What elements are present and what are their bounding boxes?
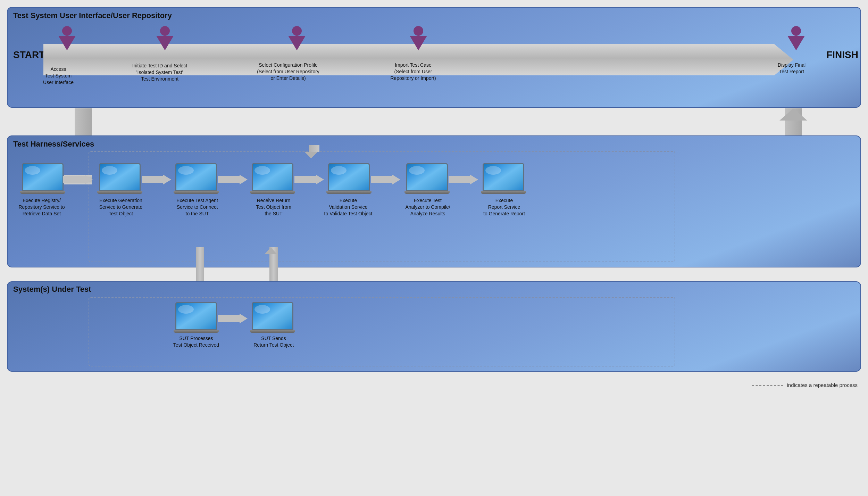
top-panel-title: Test System User Interface/User Reposito… <box>13 11 172 20</box>
laptop-screen <box>483 163 524 191</box>
connector-up-head <box>779 108 807 121</box>
laptop-screen <box>252 163 293 191</box>
dashed-down-arrow-shaft <box>309 145 319 152</box>
laptop-base <box>174 191 219 194</box>
person-body <box>787 36 805 50</box>
top-step2-label: Initiate Test ID and Select'Isolated Sys… <box>118 63 201 82</box>
mid-laptop-4 <box>250 163 295 194</box>
mid-laptop-2 <box>97 163 142 194</box>
mid-step1-label: Execute Registry/Repository Service toRe… <box>7 197 76 217</box>
legend-text: Indicates a repeatable process <box>787 382 858 388</box>
mid-panel-title: Test Harness/Services <box>13 140 94 149</box>
laptop-base <box>481 191 526 194</box>
laptop-screen <box>328 163 370 191</box>
svg-marker-1 <box>142 175 171 184</box>
person-body <box>288 36 306 50</box>
laptop-screen <box>99 163 141 191</box>
top-step4-label: Import Test Case(Select from UserReposit… <box>372 62 455 82</box>
person-step3 <box>288 26 306 50</box>
mid-step2-label: Execute GenerationService to GenerateTes… <box>86 197 156 217</box>
mid-step6-label: Execute TestAnalyzer to Compile/Analyze … <box>393 197 462 217</box>
person-step2 <box>156 26 174 50</box>
person-step1 <box>58 26 76 50</box>
top-step1-label: AccessTest SystemUser Interface <box>24 66 93 86</box>
bot-step1-label: SUT ProcessesTest Object Received <box>161 335 231 348</box>
vert-up-head-1 <box>265 247 277 254</box>
laptop-base <box>97 191 142 194</box>
person-step5 <box>787 26 805 50</box>
person-head <box>791 26 801 36</box>
laptop-base <box>250 191 295 194</box>
bot-panel-title: System(s) Under Test <box>13 285 91 294</box>
mid-step7-label: ExecuteReport Serviceto Generate Report <box>469 197 539 217</box>
svg-marker-3 <box>294 175 324 184</box>
person-body <box>410 36 427 50</box>
svg-marker-4 <box>371 175 400 184</box>
person-body <box>156 36 174 50</box>
laptop-base <box>174 330 219 333</box>
person-head <box>160 26 170 36</box>
svg-marker-6 <box>218 314 248 323</box>
svg-marker-2 <box>218 175 248 184</box>
connector-down-shaft <box>75 108 92 136</box>
laptop-screen <box>175 163 217 191</box>
mid-step5-label: ExecuteValidation Serviceto Validate Tes… <box>312 197 385 217</box>
top-step5-label: Display FinalTest Report <box>755 62 828 75</box>
svg-marker-0 <box>63 175 93 184</box>
mid-laptop-5 <box>326 163 372 194</box>
dashed-down-arrow-head <box>305 152 317 158</box>
laptop-base <box>326 191 372 194</box>
finish-label: FINISH <box>826 49 858 60</box>
mid-laptop-3 <box>174 163 219 194</box>
person-head <box>62 26 72 36</box>
bot-step2-label: SUT SendsReturn Test Object <box>239 335 308 348</box>
legend-dashed-line <box>752 385 783 386</box>
mid-laptop-6 <box>404 163 450 194</box>
mid-step3-label: Execute Test AgentService to Connectto t… <box>162 197 232 217</box>
mid-laptop-7 <box>481 163 526 194</box>
laptop-base <box>404 191 450 194</box>
person-head <box>414 26 423 36</box>
mid-laptop-1 <box>20 163 65 194</box>
laptop-base <box>20 191 65 194</box>
laptop-screen <box>22 163 64 191</box>
bot-laptop-2 <box>250 302 295 333</box>
bot-laptop-1 <box>174 302 219 333</box>
start-label: START <box>13 49 45 60</box>
laptop-screen <box>252 302 293 330</box>
mid-step4-label: Receive ReturnTest Object fromthe SUT <box>239 197 308 217</box>
legend: Indicates a repeatable process <box>752 382 858 388</box>
laptop-screen <box>175 302 217 330</box>
svg-marker-5 <box>449 175 478 184</box>
laptop-base <box>250 330 295 333</box>
person-head <box>292 26 302 36</box>
vert-down-shaft-1 <box>196 247 204 282</box>
person-body <box>58 36 76 50</box>
top-step3-label: Select Configuration Profile(Select from… <box>243 62 333 82</box>
person-step4 <box>410 26 427 50</box>
laptop-screen <box>406 163 448 191</box>
